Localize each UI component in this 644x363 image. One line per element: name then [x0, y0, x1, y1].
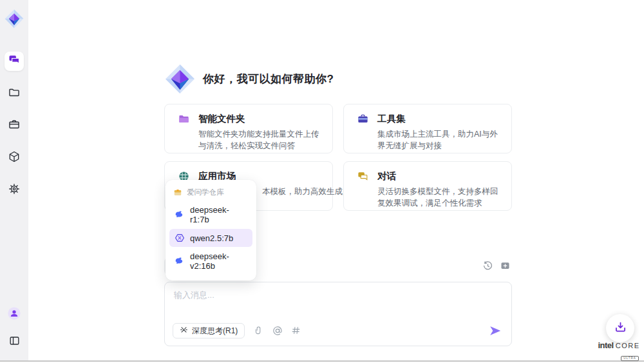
sidebar	[0, 0, 28, 360]
card-title: 对话	[377, 170, 396, 182]
card-toolset[interactable]: 工具集 集成市场上主流工具，助力AI与外界无缝扩展与对接	[343, 104, 512, 153]
briefcase-icon	[357, 113, 369, 125]
panel-icon	[8, 335, 21, 349]
card-smart-folder[interactable]: 智能文件夹 智能文件夹功能支持批量文件上传与清洗，轻松实现文件问答	[164, 104, 333, 153]
sidebar-bottom	[5, 305, 24, 351]
model-dropdown: 爱问学仓库 deepseek-r1:7b qwen2.5:7b	[166, 180, 256, 280]
hash-grid-icon[interactable]	[291, 326, 301, 336]
deep-think-label: 深度思考(R1)	[192, 326, 238, 337]
assistant-logo-icon	[165, 64, 195, 94]
model-option-label: deepseek-v2:16b	[190, 251, 247, 271]
composer-toolbar: 深度思考(R1)	[173, 323, 502, 338]
message-composer: 深度思考(R1)	[164, 282, 512, 346]
deep-think-icon	[180, 326, 188, 336]
new-chat-plus-icon[interactable]	[500, 260, 511, 271]
deep-think-toggle[interactable]: 深度思考(R1)	[173, 323, 245, 338]
page-title: 你好，我可以如何帮助你?	[203, 72, 334, 86]
sidebar-item-settings[interactable]	[5, 181, 24, 200]
window-bottom-edge	[0, 360, 644, 362]
model-option-deepseek-r1[interactable]: deepseek-r1:7b	[169, 201, 252, 228]
ultra-badge: ultra	[621, 356, 638, 361]
model-option-label: qwen2.5:7b	[190, 233, 233, 243]
card-description-visible-fragment: 本模板，助力高效生成多	[262, 186, 321, 198]
greeting: 你好，我可以如何帮助你?	[165, 64, 334, 94]
model-dropdown-group: 爱问学仓库	[166, 184, 256, 201]
sidebar-nav	[5, 52, 24, 200]
model-option-label: deepseek-r1:7b	[190, 205, 247, 224]
card-description: 灵活切换多模型文件，支持多样回复效果调试，满足个性化需求	[377, 186, 500, 210]
intel-wordmark: intel	[598, 340, 613, 350]
history-clock-icon[interactable]	[482, 260, 493, 271]
briefcase-icon	[8, 118, 21, 133]
sidebar-item-profile[interactable]	[5, 305, 24, 324]
whale-icon	[175, 256, 185, 266]
model-group-label: 爱问学仓库	[187, 188, 224, 197]
cube-icon	[8, 150, 21, 166]
download-tray-icon	[614, 320, 627, 337]
card-description: 智能文件夹功能支持批量文件上传与清洗，轻松实现文件问答	[198, 129, 321, 152]
gear-icon	[8, 182, 21, 198]
whale-icon	[175, 210, 185, 220]
conversation-actions	[482, 260, 511, 271]
qwen-icon	[175, 233, 185, 243]
sidebar-item-folders[interactable]	[5, 84, 24, 103]
card-dialogue[interactable]: 对话 灵活切换多模型文件，支持多样回复效果调试，满足个性化需求	[343, 161, 512, 211]
app-logo-icon	[5, 9, 24, 28]
sidebar-item-models[interactable]	[5, 148, 24, 168]
model-option-qwen[interactable]: qwen2.5:7b	[169, 229, 252, 247]
core-wordmark: core	[616, 342, 640, 349]
sidebar-item-toolbox[interactable]	[5, 116, 24, 135]
chat-bubbles-icon	[357, 170, 369, 182]
card-description: 集成市场上主流工具，助力AI与外界无缝扩展与对接	[377, 129, 500, 152]
card-title: 工具集	[377, 113, 406, 125]
sidebar-item-chat[interactable]	[5, 52, 24, 71]
download-button[interactable]	[606, 314, 634, 342]
intel-core-logo: intel core ultra	[596, 340, 642, 362]
folder-icon	[8, 86, 21, 101]
paperclip-icon[interactable]	[254, 326, 264, 336]
card-title: 智能文件夹	[198, 113, 245, 125]
composer-utilities	[254, 326, 301, 336]
person-icon	[7, 306, 21, 323]
message-input[interactable]	[165, 282, 511, 316]
repo-icon	[173, 188, 182, 197]
sidebar-item-collapse-panel[interactable]	[5, 332, 24, 351]
at-sign-icon[interactable]	[272, 326, 283, 336]
folder-icon	[178, 113, 190, 125]
send-button[interactable]	[488, 324, 502, 338]
chat-bubbles-icon	[8, 54, 21, 69]
model-option-deepseek-v2[interactable]: deepseek-v2:16b	[169, 248, 252, 275]
app-window: 你好，我可以如何帮助你? 智能文件夹 智能文件夹功能支持批量文件上传与清洗，轻松…	[0, 0, 644, 363]
